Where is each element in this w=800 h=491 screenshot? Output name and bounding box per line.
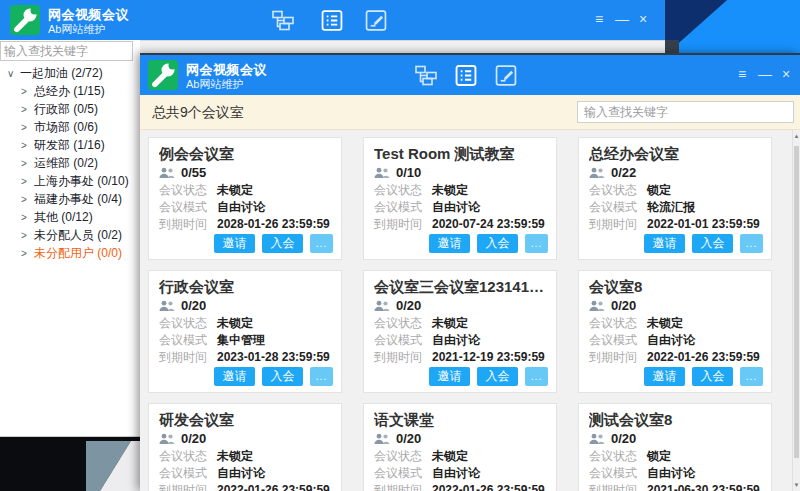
- expire-label: 到期时间: [159, 483, 217, 491]
- join-button[interactable]: 入会: [262, 234, 303, 253]
- back-titlebar: 网会视频会议 Ab网站维护 ≡ — ×: [0, 0, 665, 40]
- tree-item[interactable]: >福建办事处 (0/4): [0, 190, 140, 208]
- chevron-icon[interactable]: >: [21, 227, 34, 245]
- edit-compose-icon[interactable]: [365, 10, 387, 31]
- org-tree: ∨一起加油 (2/72) >总经办 (1/15) >行政部 (0/5) >市场部…: [0, 64, 140, 262]
- app-logo-wrench-icon: [10, 5, 40, 35]
- invite-button[interactable]: 邀请: [644, 367, 685, 386]
- minimize-button[interactable]: —: [613, 9, 631, 29]
- tree-item[interactable]: >未分配人员 (0/2): [0, 226, 140, 244]
- join-button[interactable]: 入会: [692, 367, 733, 386]
- more-options-button[interactable]: ...: [310, 367, 333, 386]
- expire-label: 到期时间: [159, 350, 217, 364]
- participants-icon: [589, 300, 605, 312]
- invite-button[interactable]: 邀请: [214, 367, 255, 386]
- edit-compose-icon[interactable]: [495, 65, 517, 86]
- chevron-icon[interactable]: >: [21, 245, 34, 263]
- org-chart-icon[interactable]: [415, 65, 437, 86]
- mode-label: 会议模式: [374, 333, 432, 347]
- status-value: 未锁定: [217, 449, 253, 463]
- wallpaper-navy-triangle: [665, 0, 800, 55]
- invite-button[interactable]: 邀请: [429, 234, 470, 253]
- scrollbar-thumb[interactable]: [794, 146, 799, 458]
- menu-icon[interactable]: ≡: [590, 9, 608, 29]
- invite-button[interactable]: 邀请: [429, 367, 470, 386]
- status-label: 会议状态: [159, 316, 217, 330]
- chevron-icon[interactable]: >: [21, 83, 34, 101]
- tree-item-label: 其他 (0/12): [34, 210, 93, 224]
- status-label: 会议状态: [159, 183, 217, 197]
- tree-item[interactable]: ∨一起加油 (2/72): [0, 64, 140, 82]
- tree-item-label: 研发部 (1/16): [34, 138, 105, 152]
- org-tree-sidebar: ∨一起加油 (2/72) >总经办 (1/15) >行政部 (0/5) >市场部…: [0, 40, 140, 437]
- join-button[interactable]: 入会: [692, 234, 733, 253]
- status-value: 未锁定: [217, 316, 253, 330]
- mode-value: 自由讨论: [647, 333, 695, 347]
- tree-item[interactable]: >市场部 (0/6): [0, 118, 140, 136]
- expire-value: 2022-01-01 23:59:59: [647, 217, 760, 231]
- minimize-button[interactable]: —: [756, 64, 774, 84]
- join-button[interactable]: 入会: [477, 234, 518, 253]
- close-button[interactable]: ×: [777, 64, 795, 84]
- invite-button[interactable]: 邀请: [644, 234, 685, 253]
- join-button[interactable]: 入会: [262, 367, 303, 386]
- chevron-icon[interactable]: >: [21, 173, 34, 191]
- room-name: Test Room 测试教室: [374, 146, 546, 162]
- expire-value: 2028-01-26 23:59:59: [217, 217, 330, 231]
- expire-label: 到期时间: [159, 217, 217, 231]
- status-value: 未锁定: [432, 316, 468, 330]
- more-options-button[interactable]: ...: [525, 367, 548, 386]
- chevron-icon[interactable]: >: [21, 209, 34, 227]
- tree-item[interactable]: >未分配用户 (0/0): [0, 244, 140, 262]
- chevron-icon[interactable]: >: [21, 191, 34, 209]
- tree-item-label: 运维部 (0/2): [34, 156, 98, 170]
- more-options-button[interactable]: ...: [525, 234, 548, 253]
- scroll-down-icon[interactable]: ▼: [793, 482, 800, 488]
- meeting-list-icon[interactable]: [321, 10, 343, 31]
- menu-icon[interactable]: ≡: [733, 64, 751, 84]
- tree-item[interactable]: >其他 (0/12): [0, 208, 140, 226]
- chevron-icon[interactable]: >: [21, 137, 34, 155]
- status-value: 未锁定: [217, 183, 253, 197]
- chevron-icon[interactable]: >: [21, 101, 34, 119]
- expire-label: 到期时间: [374, 217, 432, 231]
- tree-item-label: 市场部 (0/6): [34, 120, 98, 134]
- participant-count: 0/20: [181, 431, 206, 446]
- room-name: 总经办会议室: [589, 146, 761, 162]
- more-options-button[interactable]: ...: [740, 367, 763, 386]
- chevron-icon[interactable]: ∨: [7, 65, 20, 83]
- expire-value: 2022-01-26 23:59:59: [217, 483, 330, 491]
- participants-icon: [589, 167, 605, 179]
- tree-item[interactable]: >研发部 (1/16): [0, 136, 140, 154]
- close-button[interactable]: ×: [634, 9, 652, 29]
- room-name: 会议室8: [589, 279, 761, 295]
- status-label: 会议状态: [589, 183, 647, 197]
- tree-item[interactable]: >运维部 (0/2): [0, 154, 140, 172]
- chevron-icon[interactable]: >: [21, 155, 34, 173]
- more-options-button[interactable]: ...: [310, 234, 333, 253]
- participants-icon: [159, 167, 175, 179]
- join-button[interactable]: 入会: [477, 367, 518, 386]
- meeting-list-icon[interactable]: [455, 65, 477, 86]
- expire-value: 2022-01-26 23:59:59: [432, 483, 545, 491]
- invite-button[interactable]: 邀请: [214, 234, 255, 253]
- mode-value: 自由讨论: [647, 466, 695, 480]
- org-chart-icon[interactable]: [272, 10, 294, 31]
- tree-item[interactable]: >上海办事处 (0/10): [0, 172, 140, 190]
- mode-value: 自由讨论: [432, 466, 480, 480]
- search-input[interactable]: [0, 41, 133, 61]
- expire-value: 2021-06-30 23:59:59: [647, 483, 760, 491]
- vertical-scrollbar[interactable]: ▲ ▼: [792, 130, 800, 491]
- expire-value: 2020-07-24 23:59:59: [432, 217, 545, 231]
- tree-item[interactable]: >行政部 (0/5): [0, 100, 140, 118]
- tree-item[interactable]: >总经办 (1/15): [0, 82, 140, 100]
- chevron-icon[interactable]: >: [21, 119, 34, 137]
- tree-item-label: 上海办事处 (0/10): [34, 174, 129, 188]
- participant-count: 0/20: [396, 298, 421, 313]
- status-label: 会议状态: [374, 449, 432, 463]
- expire-value: 2022-01-26 23:59:59: [647, 350, 760, 364]
- room-search-input[interactable]: [577, 101, 794, 123]
- room-toolbar: 总共9个会议室: [140, 95, 800, 130]
- more-options-button[interactable]: ...: [740, 234, 763, 253]
- scroll-up-icon[interactable]: ▲: [793, 133, 800, 139]
